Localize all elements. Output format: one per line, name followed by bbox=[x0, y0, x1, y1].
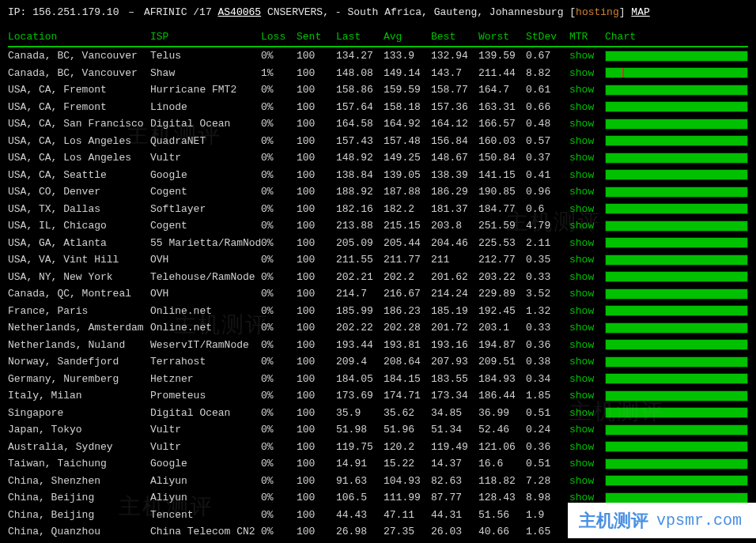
cell-worst: 121.06 bbox=[478, 439, 526, 456]
cell-loss: 0% bbox=[261, 47, 297, 65]
cell-best: 82.63 bbox=[431, 473, 478, 490]
cell-avg: 202.2 bbox=[384, 269, 431, 286]
cell-sent: 100 bbox=[297, 439, 336, 456]
cell-loss: 0% bbox=[261, 303, 297, 320]
cell-last: 188.92 bbox=[336, 183, 384, 201]
cell-best: 87.77 bbox=[431, 489, 478, 507]
cell-chart bbox=[605, 183, 748, 201]
cell-location: China, Jiangsu bbox=[8, 541, 150, 544]
cell-stdev: 8.82 bbox=[526, 65, 569, 82]
cell-isp: Cogent bbox=[150, 183, 261, 201]
cell-stdev: 0.24 bbox=[526, 421, 569, 439]
table-row: Netherlands, NulandWeservIT/RamNode0%100… bbox=[8, 337, 748, 354]
mtr-show-link[interactable]: show bbox=[569, 203, 594, 215]
cell-best: 46.68 bbox=[431, 541, 478, 544]
cell-mtr: show bbox=[569, 405, 605, 422]
cell-location: Norway, Sandefjord bbox=[8, 353, 150, 371]
cell-avg: 164.92 bbox=[384, 115, 431, 133]
mtr-show-link[interactable]: show bbox=[569, 169, 594, 181]
mtr-show-link[interactable]: show bbox=[569, 186, 594, 198]
mtr-show-link[interactable]: show bbox=[569, 50, 594, 62]
ping-table: Location ISP Loss Sent Last Avg Best Wor… bbox=[8, 28, 748, 544]
cell-best: 181.37 bbox=[431, 201, 478, 218]
cell-best: 203.8 bbox=[431, 217, 478, 235]
cell-isp: Aliyun bbox=[150, 489, 261, 507]
latency-bar-chart bbox=[605, 153, 748, 164]
table-row: Italy, MilanPrometeus0%100173.69174.7117… bbox=[8, 387, 748, 405]
cell-best: 201.72 bbox=[431, 319, 478, 337]
col-best: Best bbox=[431, 28, 478, 47]
mtr-show-link[interactable]: show bbox=[569, 288, 594, 300]
cell-mtr: show bbox=[569, 387, 605, 405]
mtr-show-link[interactable]: show bbox=[569, 305, 594, 317]
mtr-show-link[interactable]: show bbox=[569, 390, 594, 402]
mtr-show-link[interactable]: show bbox=[569, 339, 594, 351]
cell-isp: Aliyun bbox=[150, 473, 261, 490]
mtr-show-link[interactable]: show bbox=[569, 407, 594, 419]
cell-sent: 100 bbox=[297, 81, 336, 99]
mtr-show-link[interactable]: show bbox=[569, 254, 594, 266]
cell-isp: Hurricane FMT2 bbox=[150, 81, 261, 99]
mtr-show-link[interactable]: show bbox=[569, 271, 594, 283]
cell-chart bbox=[605, 303, 748, 320]
mtr-show-link[interactable]: show bbox=[569, 373, 594, 385]
cell-stdev: 0.33 bbox=[526, 269, 569, 286]
cell-last: 47.53 bbox=[336, 541, 384, 544]
cell-stdev: 0.96 bbox=[526, 183, 569, 201]
mtr-show-link[interactable]: show bbox=[569, 441, 594, 453]
mtr-show-link[interactable]: show bbox=[569, 84, 594, 96]
latency-bar-fill bbox=[606, 374, 747, 383]
cell-chart bbox=[605, 269, 748, 286]
cell-last: 51.98 bbox=[336, 421, 384, 439]
cell-last: 202.21 bbox=[336, 269, 384, 286]
cell-last: 209.4 bbox=[336, 353, 384, 371]
cell-location: Canada, QC, Montreal bbox=[8, 285, 150, 303]
map-link[interactable]: MAP bbox=[631, 6, 649, 18]
cell-stdev: 7.28 bbox=[526, 473, 569, 490]
cell-best: 211 bbox=[431, 251, 478, 269]
asn-link[interactable]: AS40065 bbox=[218, 6, 262, 18]
cell-last: 35.9 bbox=[336, 405, 384, 422]
cell-sent: 100 bbox=[297, 473, 336, 490]
mtr-show-link[interactable]: show bbox=[569, 475, 594, 487]
cell-loss: 0% bbox=[261, 371, 297, 388]
cell-location: Canada, BC, Vancouver bbox=[8, 47, 150, 65]
table-row: China, ShenzhenAliyun0%10091.63104.9382.… bbox=[8, 473, 748, 490]
cell-best: 214.24 bbox=[431, 285, 478, 303]
mtr-show-link[interactable]: show bbox=[569, 220, 594, 232]
cell-last: 213.88 bbox=[336, 217, 384, 235]
cell-location: Canada, BC, Vancouver bbox=[8, 65, 150, 82]
mtr-show-link[interactable]: show bbox=[569, 118, 594, 130]
latency-bar-chart bbox=[605, 288, 748, 300]
geo-country: South Africa, bbox=[347, 6, 427, 18]
mtr-show-link[interactable]: show bbox=[569, 135, 594, 147]
table-row: Japan, TokyoVultr0%10051.9851.9651.3452.… bbox=[8, 421, 748, 439]
cell-last: 182.16 bbox=[336, 201, 384, 218]
cell-worst: 190.85 bbox=[478, 183, 526, 201]
cell-last: 157.64 bbox=[336, 99, 384, 116]
cell-last: 134.27 bbox=[336, 47, 384, 65]
mtr-show-link[interactable]: show bbox=[569, 67, 594, 79]
cell-avg: 120.2 bbox=[384, 439, 431, 456]
mtr-show-link[interactable]: show bbox=[569, 356, 594, 368]
mtr-show-link[interactable]: show bbox=[569, 424, 594, 436]
cell-worst: 160.03 bbox=[478, 133, 526, 150]
cell-chart bbox=[605, 371, 748, 388]
table-header-row: Location ISP Loss Sent Last Avg Best Wor… bbox=[8, 28, 748, 47]
latency-bar-chart bbox=[605, 441, 748, 452]
table-row: China, JiangsuChina Telecom0%10047.5347.… bbox=[8, 541, 748, 544]
mtr-show-link[interactable]: show bbox=[569, 492, 594, 503]
cell-loss: 0% bbox=[261, 183, 297, 201]
cell-mtr: show bbox=[569, 251, 605, 269]
latency-bar-chart bbox=[605, 85, 748, 96]
cell-worst: 203.22 bbox=[478, 269, 526, 286]
mtr-show-link[interactable]: show bbox=[569, 322, 594, 334]
cell-avg: 139.05 bbox=[384, 167, 431, 184]
mtr-show-link[interactable]: show bbox=[569, 458, 594, 469]
cell-sent: 100 bbox=[297, 183, 336, 201]
mtr-show-link[interactable]: show bbox=[569, 152, 594, 164]
table-row: Canada, BC, VancouverTelus0%100134.27133… bbox=[8, 47, 748, 65]
mtr-show-link[interactable]: show bbox=[569, 101, 594, 113]
latency-bar-chart bbox=[605, 322, 748, 334]
mtr-show-link[interactable]: show bbox=[569, 237, 594, 249]
